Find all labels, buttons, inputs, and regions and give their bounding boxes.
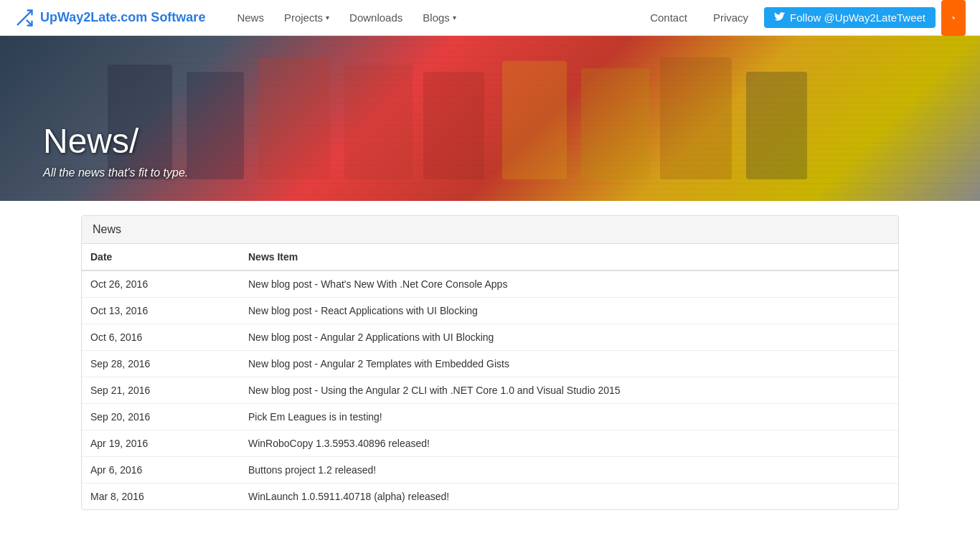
cell-news-item: New blog post - What's New With .Net Cor… [240, 270, 898, 298]
nav-link-contact[interactable]: Contact [640, 0, 697, 36]
rss-button[interactable] [941, 0, 966, 36]
news-table: Date News Item Oct 26, 2016New blog post… [82, 244, 898, 509]
nav-item-downloads[interactable]: Downloads [339, 0, 413, 36]
rss-icon [951, 12, 956, 24]
hero-title: News/ [43, 121, 188, 161]
cell-news-item: WinLaunch 1.0.5911.40718 (alpha) release… [240, 484, 898, 510]
twitter-label: Follow @UpWay2LateTweet [790, 11, 925, 24]
table-row: Sep 28, 2016New blog post - Angular 2 Te… [82, 351, 898, 377]
nav-link-downloads[interactable]: Downloads [339, 0, 413, 36]
svg-rect-10 [660, 57, 732, 179]
brand-name: UpWay2Late.com Software [40, 10, 205, 25]
svg-rect-6 [344, 65, 413, 179]
nav-item-news[interactable]: News [227, 0, 274, 36]
panel-body: Date News Item Oct 26, 2016New blog post… [82, 244, 898, 509]
cell-news-item: New blog post - Using the Angular 2 CLI … [240, 377, 898, 404]
brand-link[interactable]: UpWay2Late.com Software [14, 8, 205, 28]
hero-subtitle: All the news that's fit to type. [43, 166, 188, 179]
main-nav: News Projects ▾ Downloads Blogs ▾ [227, 0, 640, 36]
svg-rect-5 [258, 57, 330, 179]
brand-icon [14, 8, 34, 28]
col-news-item: News Item [240, 244, 898, 270]
table-row: Apr 6, 2016Buttons project 1.2 released! [82, 457, 898, 484]
svg-rect-11 [746, 72, 807, 179]
cell-date: Mar 8, 2016 [82, 484, 240, 510]
svg-rect-4 [187, 72, 244, 179]
nav-link-news[interactable]: News [227, 0, 274, 36]
cell-news-item: New blog post - Angular 2 Applications w… [240, 324, 898, 351]
blogs-caret-icon: ▾ [453, 14, 456, 22]
cell-news-item: New blog post - React Applications with … [240, 298, 898, 324]
navbar-right: Contact Privacy Follow @UpWay2LateTweet [640, 0, 966, 36]
table-row: Sep 21, 2016New blog post - Using the An… [82, 377, 898, 404]
table-row: Oct 13, 2016New blog post - React Applic… [82, 298, 898, 324]
cell-date: Apr 6, 2016 [82, 457, 240, 484]
nav-link-projects[interactable]: Projects ▾ [274, 0, 339, 36]
cell-date: Oct 26, 2016 [82, 270, 240, 298]
table-row: Mar 8, 2016WinLaunch 1.0.5911.40718 (alp… [82, 484, 898, 510]
nav-item-projects[interactable]: Projects ▾ [274, 0, 339, 36]
cell-date: Apr 19, 2016 [82, 430, 240, 457]
cell-news-item: Buttons project 1.2 released! [240, 457, 898, 484]
cell-news-item: New blog post - Angular 2 Templates with… [240, 351, 898, 377]
nav-item-blogs[interactable]: Blogs ▾ [413, 0, 466, 36]
table-body: Oct 26, 2016New blog post - What's New W… [82, 270, 898, 509]
panel-heading: News [82, 216, 898, 244]
cell-news-item: WinRoboCopy 1.3.5953.40896 released! [240, 430, 898, 457]
cell-date: Sep 20, 2016 [82, 404, 240, 430]
nav-link-blogs[interactable]: Blogs ▾ [413, 0, 466, 36]
projects-caret-icon: ▾ [326, 14, 329, 22]
table-header: Date News Item [82, 244, 898, 270]
cell-date: Oct 6, 2016 [82, 324, 240, 351]
cell-date: Sep 28, 2016 [82, 351, 240, 377]
cell-date: Sep 21, 2016 [82, 377, 240, 404]
hero-banner: News/ All the news that's fit to type. [0, 36, 980, 201]
table-row: Oct 6, 2016New blog post - Angular 2 App… [82, 324, 898, 351]
twitter-icon [774, 12, 786, 24]
svg-rect-7 [423, 72, 484, 179]
hero-content: News/ All the news that's fit to type. [43, 121, 188, 179]
cell-news-item: Pick Em Leagues is in testing! [240, 404, 898, 430]
twitter-follow-button[interactable]: Follow @UpWay2LateTweet [764, 7, 936, 28]
main-content: News Date News Item Oct 26, 2016New blog… [81, 201, 899, 524]
table-row: Apr 19, 2016WinRoboCopy 1.3.5953.40896 r… [82, 430, 898, 457]
table-row: Sep 20, 2016Pick Em Leagues is in testin… [82, 404, 898, 430]
cell-date: Oct 13, 2016 [82, 298, 240, 324]
table-header-row: Date News Item [82, 244, 898, 270]
navbar: UpWay2Late.com Software News Projects ▾ … [0, 0, 980, 36]
svg-point-2 [952, 19, 953, 19]
svg-rect-9 [581, 68, 649, 179]
nav-link-privacy[interactable]: Privacy [703, 0, 758, 36]
col-date: Date [82, 244, 240, 270]
table-row: Oct 26, 2016New blog post - What's New W… [82, 270, 898, 298]
news-panel: News Date News Item Oct 26, 2016New blog… [81, 215, 899, 510]
svg-rect-8 [502, 61, 567, 179]
